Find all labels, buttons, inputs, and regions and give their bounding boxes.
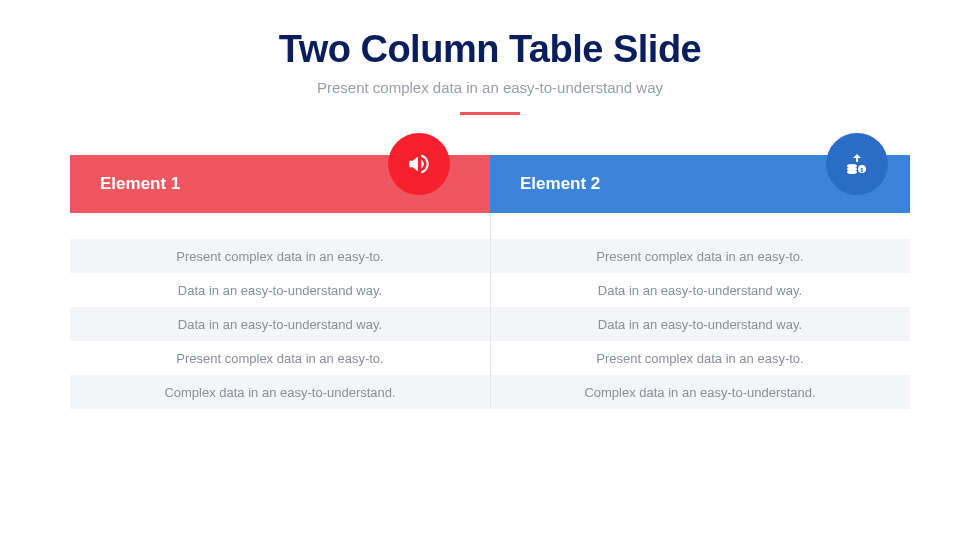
table-row: Complex data in an easy-to-understand. — [70, 375, 490, 409]
table-row: Data in an easy-to-understand way. — [490, 273, 910, 307]
table-row: Complex data in an easy-to-understand. — [490, 375, 910, 409]
megaphone-icon — [388, 133, 450, 195]
column-1-rows: Present complex data in an easy-to. Data… — [70, 239, 490, 409]
slide-subtitle: Present complex data in an easy-to-under… — [317, 79, 663, 96]
column-1-label: Element 1 — [100, 174, 180, 194]
svg-marker-0 — [853, 154, 861, 162]
money-coins-icon: $ — [826, 133, 888, 195]
svg-point-3 — [847, 170, 857, 174]
two-column-table: Element 1 Present complex data in an eas… — [70, 155, 910, 409]
svg-text:$: $ — [861, 167, 864, 173]
table-row: Data in an easy-to-understand way. — [490, 307, 910, 341]
table-row: Data in an easy-to-understand way. — [70, 273, 490, 307]
slide-title: Two Column Table Slide — [279, 28, 702, 71]
table-row: Present complex data in an easy-to. — [490, 239, 910, 273]
table-row: Present complex data in an easy-to. — [70, 341, 490, 375]
accent-divider — [460, 112, 520, 115]
column-1: Element 1 Present complex data in an eas… — [70, 155, 490, 409]
column-2: Element 2 $ Present complex data in an e… — [490, 155, 910, 409]
table-row: Data in an easy-to-understand way. — [70, 307, 490, 341]
row-gap — [70, 213, 490, 239]
column-2-rows: Present complex data in an easy-to. Data… — [490, 239, 910, 409]
table-row: Present complex data in an easy-to. — [70, 239, 490, 273]
row-gap — [490, 213, 910, 239]
column-divider — [490, 213, 491, 409]
column-2-label: Element 2 — [520, 174, 600, 194]
table-row: Present complex data in an easy-to. — [490, 341, 910, 375]
column-1-header: Element 1 — [70, 155, 490, 213]
column-2-header: Element 2 $ — [490, 155, 910, 213]
